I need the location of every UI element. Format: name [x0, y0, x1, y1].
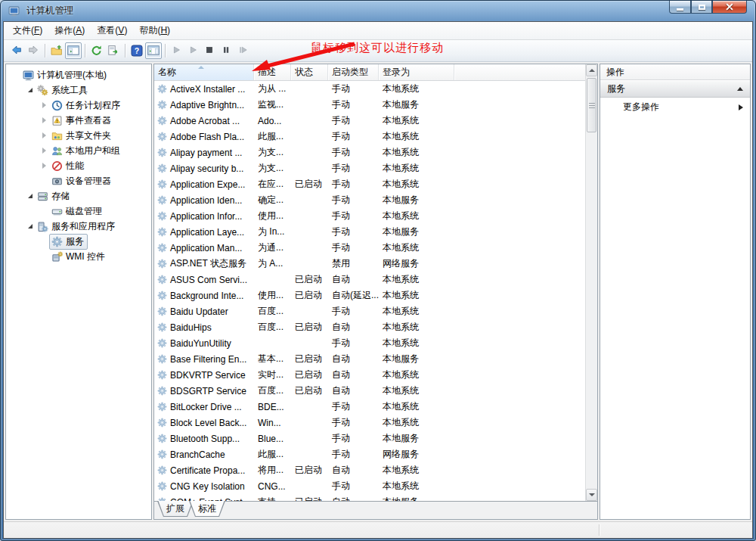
- expander-collapsed-icon[interactable]: [42, 117, 46, 123]
- service-startup: 手动: [328, 448, 379, 461]
- expander-collapsed-icon[interactable]: [42, 163, 46, 169]
- service-logon: 本地系统: [379, 480, 454, 493]
- event-viewer-icon: [51, 115, 63, 126]
- service-row[interactable]: Base Filtering En...基本...已启动自动本地服务: [154, 351, 585, 367]
- tree-item[interactable]: 系统工具: [6, 82, 151, 98]
- export-list-button[interactable]: [105, 42, 122, 59]
- service-gear-icon: [157, 465, 167, 475]
- service-row[interactable]: Baidu Updater百度...手动本地系统: [154, 303, 585, 319]
- service-row[interactable]: BitLocker Drive ...BDE...手动本地系统: [154, 399, 585, 415]
- expander-collapsed-icon[interactable]: [42, 102, 46, 108]
- up-level-button[interactable]: [48, 42, 65, 59]
- expander-expanded-icon[interactable]: [28, 194, 33, 198]
- tree-item[interactable]: 事件查看器: [6, 113, 151, 128]
- titlebar[interactable]: 计算机管理: [3, 1, 753, 21]
- service-status: 已启动: [291, 289, 328, 302]
- close-button[interactable]: [712, 1, 747, 14]
- service-row[interactable]: Certificate Propa...将用...已启动自动本地系统: [154, 462, 585, 478]
- expander-expanded-icon[interactable]: [28, 88, 33, 92]
- service-row[interactable]: Alipay security b...为支...手动本地系统: [154, 160, 585, 176]
- service-row[interactable]: BaiduHips百度...已启动自动本地系统: [154, 319, 585, 335]
- service-row[interactable]: Application Laye...为 In...手动本地服务: [154, 224, 585, 240]
- service-row[interactable]: BDKVRTP Service实时...已启动自动本地系统: [154, 367, 585, 383]
- scrollbar-thumb[interactable]: [587, 78, 596, 132]
- stop-service-button[interactable]: [202, 42, 218, 59]
- refresh-button[interactable]: [88, 42, 105, 59]
- service-name: ActiveX Installer ...: [170, 84, 245, 95]
- service-startup: 手动: [328, 241, 379, 254]
- expander-collapsed-icon[interactable]: [42, 132, 46, 138]
- column-header[interactable]: 名称: [154, 64, 254, 80]
- vertical-scrollbar[interactable]: [585, 64, 597, 501]
- service-row[interactable]: ActiveX Installer ...为从 ...手动本地系统: [154, 81, 585, 97]
- service-row[interactable]: Adobe Acrobat ...Ado...手动本地系统: [154, 113, 585, 129]
- menu-view[interactable]: 查看(V): [91, 22, 133, 39]
- menu-action[interactable]: 操作(A): [48, 22, 91, 39]
- tree-item[interactable]: 本地用户和组: [6, 143, 151, 158]
- service-row[interactable]: BaiduYunUtility手动本地系统: [154, 335, 585, 351]
- column-header[interactable]: 启动类型: [328, 64, 379, 80]
- service-desc: 为支...: [254, 162, 291, 175]
- more-actions-label: 更多操作: [623, 101, 659, 113]
- scroll-up-button[interactable]: [586, 64, 597, 76]
- tree-item[interactable]: 磁盘管理: [6, 204, 151, 219]
- service-row[interactable]: Background Inte...使用...已启动自动(延迟...本地系统: [154, 288, 585, 303]
- more-actions-item[interactable]: 更多操作: [600, 98, 750, 117]
- collapse-section-icon[interactable]: [737, 87, 743, 91]
- tree-item[interactable]: 计算机管理(本地): [6, 67, 151, 82]
- service-row[interactable]: Application Iden...确定...手动本地服务: [154, 192, 585, 208]
- show-action-pane-button[interactable]: [145, 42, 162, 59]
- service-row[interactable]: BDSGRTP Service百度...已启动自动本地系统: [154, 383, 585, 399]
- column-header[interactable]: 登录为: [379, 64, 454, 80]
- column-header[interactable]: 状态: [291, 64, 328, 80]
- tab-standard[interactable]: 标准: [189, 501, 225, 517]
- service-startup: 手动: [328, 98, 379, 111]
- menu-file[interactable]: 文件(F): [7, 22, 48, 39]
- tree-item[interactable]: 共享文件夹: [6, 128, 151, 143]
- expander-expanded-icon[interactable]: [28, 224, 33, 229]
- service-row[interactable]: COM+ Event Syst...支持...已启动自动本地服务: [154, 494, 585, 501]
- back-button[interactable]: [8, 42, 25, 59]
- tree-item[interactable]: WMI 控件: [6, 249, 151, 264]
- tab-extended[interactable]: 扩展: [157, 501, 194, 517]
- forward-button[interactable]: [25, 42, 42, 59]
- menu-help[interactable]: 帮助(H): [133, 22, 176, 39]
- start-service-button[interactable]: [169, 42, 185, 59]
- service-row[interactable]: ASP.NET 状态服务为 A...禁用网络服务: [154, 256, 585, 272]
- service-row[interactable]: BranchCache此服...手动网络服务: [154, 446, 585, 462]
- minimize-button[interactable]: [669, 1, 691, 14]
- maximize-button[interactable]: [691, 1, 712, 14]
- service-row[interactable]: Application Infor...使用...手动本地系统: [154, 208, 585, 224]
- service-startup: 手动: [328, 480, 379, 493]
- menu-label: 查看: [97, 25, 115, 36]
- service-row[interactable]: Bluetooth Supp...Blue...手动本地服务: [154, 431, 585, 446]
- show-console-tree-button[interactable]: [65, 42, 82, 59]
- tree-item[interactable]: 任务计划程序: [6, 98, 151, 113]
- services-section-header[interactable]: 服务: [600, 80, 750, 98]
- restart-service-button[interactable]: [235, 42, 252, 59]
- service-row[interactable]: Application Expe...在应...已启动手动本地系统: [154, 176, 585, 192]
- service-row[interactable]: Adobe Flash Pla...此服...手动本地系统: [154, 129, 585, 145]
- service-row[interactable]: Adaptive Brightn...监视...手动本地服务: [154, 97, 585, 113]
- tree-item[interactable]: 服务和应用程序: [6, 219, 151, 234]
- help-button[interactable]: ?: [129, 42, 145, 59]
- service-logon: 本地系统: [379, 416, 454, 429]
- service-logon: 本地系统: [379, 114, 454, 127]
- service-logon: 本地系统: [379, 321, 454, 334]
- scroll-down-button[interactable]: [586, 489, 597, 501]
- column-header[interactable]: 描述: [254, 64, 291, 80]
- service-row[interactable]: ASUS Com Servi...已启动自动本地系统: [154, 272, 585, 288]
- service-row[interactable]: Block Level Back...Win...手动本地系统: [154, 415, 585, 431]
- expander-collapsed-icon[interactable]: [42, 148, 46, 154]
- service-status: 已启动: [291, 178, 328, 191]
- services-gear-icon: [51, 236, 63, 247]
- tree-item[interactable]: 性能: [6, 158, 151, 173]
- tree-item[interactable]: 服务: [6, 234, 151, 249]
- tree-item[interactable]: 设备管理器: [6, 173, 151, 188]
- service-row[interactable]: Alipay payment ...为支...手动本地系统: [154, 145, 585, 160]
- resume-service-button[interactable]: [185, 42, 202, 59]
- service-row[interactable]: CNG Key IsolationCNG...手动本地系统: [154, 478, 585, 494]
- pause-service-button[interactable]: [218, 42, 235, 59]
- tree-item[interactable]: 存储: [6, 188, 151, 204]
- service-row[interactable]: Application Man...为通...手动本地系统: [154, 240, 585, 256]
